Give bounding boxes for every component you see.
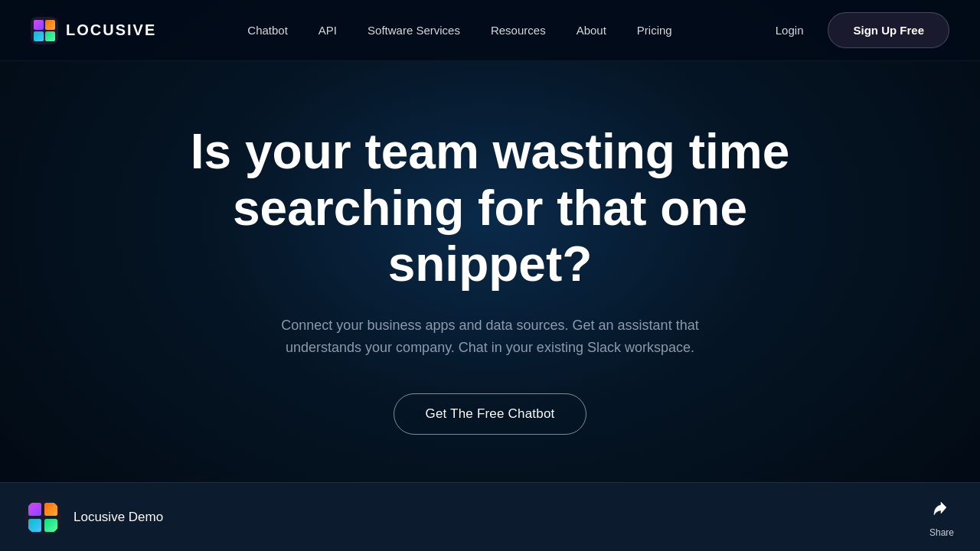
video-avatar <box>24 499 61 536</box>
hero-title-part3: ? <box>562 236 592 292</box>
login-button[interactable]: Login <box>763 18 816 43</box>
nav-resources[interactable]: Resources <box>479 18 558 43</box>
hero-title-line2: searching for that one snippet? <box>233 181 747 292</box>
svg-rect-4 <box>45 31 55 41</box>
logo-area: LOCUSIVE <box>31 17 156 44</box>
navbar: LOCUSIVE Chatbot API Software Services R… <box>0 0 980 61</box>
share-icon <box>928 497 956 524</box>
logo-text: LOCUSIVE <box>66 21 156 39</box>
hero-title-line1: Is your team wasting time <box>191 124 789 179</box>
nav-api[interactable]: API <box>306 18 349 43</box>
video-bar-info: Locusive Demo <box>24 499 163 536</box>
hero-title: Is your team wasting time searching for … <box>145 124 835 293</box>
svg-rect-7 <box>44 503 57 516</box>
svg-rect-6 <box>28 503 41 516</box>
hero-title-highlight: snippet <box>388 236 563 292</box>
nav-chatbot[interactable]: Chatbot <box>235 18 300 43</box>
svg-rect-8 <box>28 519 41 532</box>
share-label: Share <box>929 527 954 538</box>
share-button[interactable]: Share <box>928 497 956 538</box>
video-bar: Locusive Demo Share <box>0 482 980 551</box>
nav-links: Chatbot API Software Services Resources … <box>235 18 684 43</box>
cta-button[interactable]: Get The Free Chatbot <box>394 393 586 435</box>
svg-rect-1 <box>34 20 44 30</box>
nav-about[interactable]: About <box>564 18 619 43</box>
hero-title-part2: searching for that one <box>233 181 747 236</box>
signup-button[interactable]: Sign Up Free <box>828 12 949 48</box>
video-title: Locusive Demo <box>74 510 163 525</box>
hero-section: Is your team wasting time searching for … <box>0 61 980 482</box>
svg-rect-2 <box>45 20 55 30</box>
svg-rect-9 <box>44 519 57 532</box>
logo-icon <box>31 17 58 44</box>
svg-rect-3 <box>34 31 44 41</box>
nav-pricing[interactable]: Pricing <box>625 18 684 43</box>
nav-software-services[interactable]: Software Services <box>355 18 472 43</box>
navbar-actions: Login Sign Up Free <box>763 12 949 48</box>
hero-subtitle: Connect your business apps and data sour… <box>260 315 720 360</box>
